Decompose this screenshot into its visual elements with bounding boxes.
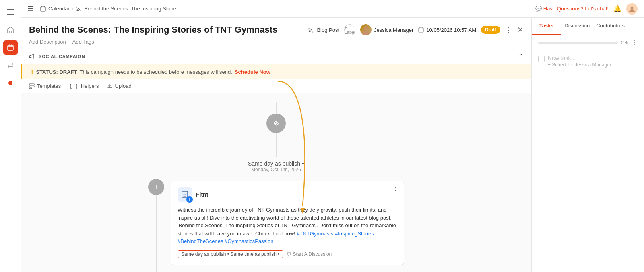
- add-post-row-1: +: [148, 176, 404, 272]
- campaign-header-bar: SOCIAL CAMPAIGN ⌃: [21, 48, 531, 64]
- svg-point-6: [631, 6, 634, 9]
- top-bar-right: 💬 Have Questions? Let's chat! 🔔: [535, 3, 638, 15]
- help-chat-link[interactable]: 💬 Have Questions? Let's chat!: [535, 6, 609, 12]
- progress-dots-btn[interactable]: ⋮: [631, 39, 638, 46]
- campaign-label: SOCIAL CAMPAIGN: [39, 54, 85, 59]
- helpers-icon: { }: [69, 83, 78, 89]
- tab-tasks[interactable]: Tasks: [532, 18, 561, 35]
- svg-point-5: [77, 10, 78, 11]
- post-card-header: f Fitnt ⋮: [178, 187, 397, 202]
- rss-breadcrumb-icon: [76, 6, 82, 12]
- status-warning-icon: ‼: [30, 69, 33, 75]
- svg-rect-1: [7, 12, 14, 12]
- add-label-btn[interactable]: + Label: [344, 24, 355, 35]
- doc-close-btn[interactable]: ✕: [517, 25, 523, 34]
- doc-date: 10/05/2026 10:57 AM: [426, 27, 476, 33]
- breadcrumb-page-title: Behind the Scenes: The Inspiring Storie.…: [84, 6, 181, 12]
- progress-bar-bg: [538, 42, 618, 44]
- svg-rect-9: [419, 28, 423, 32]
- svg-rect-12: [29, 88, 32, 89]
- notification-bell-icon[interactable]: 🔔: [613, 5, 621, 12]
- new-task-input[interactable]: New task...: [548, 55, 638, 61]
- tasks-content: New task... + Schedule, Jessica Manager: [532, 50, 644, 73]
- link-circle-btn[interactable]: [266, 114, 286, 133]
- sidebar-menu-icon[interactable]: [3, 5, 18, 19]
- status-banner: ‼ STATUS: DRAFT This campaign needs to b…: [21, 64, 531, 79]
- tab-contributors[interactable]: Contributors: [593, 18, 628, 35]
- sidebar-calendar-icon[interactable]: [3, 40, 18, 55]
- post-schedule-tag[interactable]: Same day as publish • Same time as publi…: [178, 250, 283, 258]
- svg-point-8: [364, 26, 368, 30]
- calendar-icon-doc: [418, 27, 424, 33]
- sidebar-swap-icon[interactable]: [3, 58, 18, 73]
- upload-btn[interactable]: Upload: [107, 83, 132, 89]
- right-panel: Tasks Discussion Contributors ⋮ 0% ⋮: [531, 18, 644, 272]
- task-meta-text: + Schedule, Jessica Manager: [548, 62, 638, 68]
- user-avatar-topbar[interactable]: [626, 3, 638, 15]
- svg-rect-0: [7, 9, 14, 10]
- status-label: STATUS: DRAFT: [36, 69, 77, 75]
- user-avatar-doc: [360, 24, 372, 35]
- helpers-label: Helpers: [81, 83, 99, 89]
- discuss-icon: [287, 252, 291, 257]
- svg-rect-3: [8, 45, 13, 50]
- add-tags-link[interactable]: Add Tags: [72, 39, 94, 45]
- time-label-main-1[interactable]: Same day as publish ▾: [248, 160, 304, 167]
- timeline-line-1: [276, 133, 277, 157]
- post-card-more-btn[interactable]: ⋮: [392, 186, 399, 195]
- time-label-same-day: Same day as publish ▾ Monday, Oct. 5th, …: [248, 160, 304, 172]
- campaign-collapse-btn[interactable]: ⌃: [518, 52, 523, 60]
- breadcrumb-calendar[interactable]: Calendar: [48, 6, 70, 12]
- upload-label: Upload: [115, 83, 132, 89]
- doc-area: Behind the Scenes: The Inspiring Stories…: [21, 18, 644, 272]
- upload-icon: [107, 83, 113, 89]
- add-description-link[interactable]: Add Description: [29, 39, 66, 45]
- date-meta: 10/05/2026 10:57 AM: [418, 27, 476, 33]
- platform-indicator: f: [186, 196, 193, 203]
- user-meta: Jessica Manager: [360, 24, 413, 35]
- progress-pct: 0%: [621, 40, 628, 46]
- hamburger-icon[interactable]: ☰: [27, 4, 34, 13]
- calendar-breadcrumb-icon: [40, 6, 46, 12]
- tab-discussion[interactable]: Discussion: [561, 18, 593, 35]
- post-discuss-btn[interactable]: Start A Discussion: [287, 251, 332, 257]
- templates-btn[interactable]: Templates: [29, 83, 61, 89]
- task-checkbox[interactable]: [538, 56, 545, 62]
- time-dropdown-icon-1: ▾: [302, 161, 304, 166]
- svg-rect-2: [7, 14, 14, 15]
- svg-point-7: [309, 31, 310, 32]
- platform-initial: f: [189, 197, 190, 201]
- post-body: Witness the incredible journey of TNT Gy…: [178, 206, 397, 245]
- svg-rect-13: [182, 191, 188, 198]
- templates-label: Templates: [37, 83, 61, 89]
- left-sidebar: [0, 0, 21, 272]
- rss-icon: [308, 27, 314, 33]
- sidebar-dot-icon[interactable]: [3, 76, 18, 90]
- svg-rect-4: [41, 7, 45, 11]
- breadcrumb: Calendar › Behind the Scenes: The Inspir…: [40, 6, 181, 12]
- doc-title-row: Behind the Scenes: The Inspiring Stories…: [29, 24, 523, 35]
- doc-meta: Blog Post + Label Jessica Manager: [308, 24, 523, 35]
- schedule-now-link[interactable]: Schedule Now: [235, 69, 270, 75]
- post-card-1: f Fitnt ⋮ Witness the incredible journey…: [171, 181, 404, 265]
- campaign-toolbar: Templates { } Helpers Upload: [21, 79, 531, 93]
- sidebar-home-icon[interactable]: [3, 23, 18, 37]
- blog-post-badge[interactable]: Blog Post: [308, 27, 339, 33]
- megaphone-icon: [29, 53, 35, 60]
- main-content: ☰ Calendar › Behind the Scenes: The Insp…: [21, 0, 644, 272]
- helpers-btn[interactable]: { } Helpers: [69, 83, 99, 89]
- doc-sub-row: Add Description Add Tags: [29, 39, 523, 45]
- top-bar: ☰ Calendar › Behind the Scenes: The Insp…: [21, 0, 644, 18]
- doc-content-wrapper: SOCIAL CAMPAIGN ⌃ ‼ STATUS: DRAFT This c…: [21, 48, 531, 272]
- add-post-btn-1[interactable]: +: [148, 179, 164, 195]
- timeline-line-2: [156, 195, 157, 272]
- right-panel-more-btn[interactable]: ⋮: [628, 18, 644, 35]
- templates-icon: [29, 83, 35, 89]
- svg-rect-10: [29, 84, 34, 85]
- time-label-sub-1: Monday, Oct. 5th, 2026: [248, 167, 304, 172]
- draft-badge[interactable]: Draft: [481, 26, 500, 34]
- doc-more-btn[interactable]: ⋮: [505, 25, 512, 34]
- timeline-line-top: [276, 102, 277, 114]
- time-label-text-1: Same day as publish: [248, 160, 300, 167]
- task-input-area: New task... + Schedule, Jessica Manager: [548, 55, 638, 68]
